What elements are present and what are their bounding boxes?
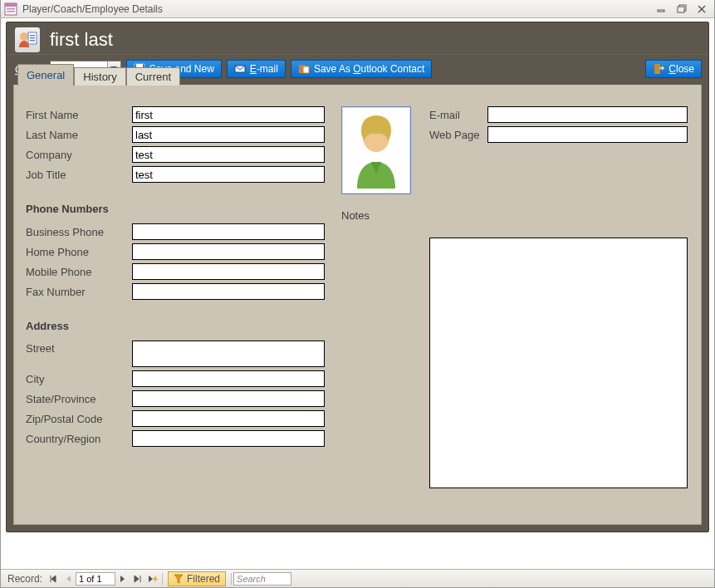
email-input[interactable] [487,106,688,123]
svg-rect-12 [30,37,35,39]
close-form-button[interactable]: Close [645,60,702,78]
email-label: E-mail [429,109,487,121]
business-phone-label: Business Phone [26,226,132,238]
home-phone-input[interactable] [132,243,325,260]
header-panel: first last Go to Save and New [6,22,709,532]
save-as-outlook-button[interactable]: Save As Outlook Contact [291,60,432,78]
last-name-label: Last Name [26,129,132,141]
svg-rect-4 [658,10,664,12]
form-columns: First Name Last Name Company [26,96,701,488]
contact-header-icon [15,27,40,52]
city-input[interactable] [132,370,325,387]
right-column: E-mail Web Page [429,106,689,488]
first-name-input[interactable] [132,106,325,123]
email-button[interactable]: E-mail [227,60,286,78]
restore-button[interactable] [674,3,689,15]
filtered-indicator[interactable]: Filtered [168,571,226,586]
door-icon [653,63,664,75]
address-section-title: Address [26,320,325,332]
funnel-icon [174,574,184,584]
record-position-input[interactable] [76,572,115,586]
outlook-label-pre: Save As [314,63,353,75]
mail-icon [234,63,246,75]
city-label: City [26,373,132,385]
fax-number-input[interactable] [132,283,325,300]
last-record-button[interactable] [130,572,145,586]
svg-rect-11 [30,35,35,37]
tab-history[interactable]: History [74,67,125,86]
window-controls [654,3,711,15]
home-phone-label: Home Phone [26,246,132,258]
country-label: Country/Region [26,433,132,445]
zip-label: Zip/Postal Code [26,413,132,425]
svg-rect-19 [303,66,309,73]
mobile-phone-input[interactable] [132,263,325,280]
state-label: State/Province [26,393,132,405]
form-body: General History Current First Name [13,85,702,525]
first-name-label: First Name [26,109,132,121]
left-column: First Name Last Name Company [26,106,325,488]
tab-general[interactable]: General [17,64,74,86]
window-title: Player/Coach/Employee Details [22,3,654,15]
svg-point-9 [20,32,28,41]
notes-label: Notes [341,209,413,222]
svg-rect-6 [678,7,684,12]
next-record-button[interactable] [115,572,130,586]
last-name-input[interactable] [132,126,325,143]
country-input[interactable] [132,430,325,447]
svg-rect-20 [654,64,660,74]
close-label: lose [676,63,694,75]
close-underline: C [668,63,676,75]
middle-column: Notes [341,106,413,488]
first-record-button[interactable] [46,572,61,586]
svg-rect-1 [5,3,17,7]
contact-photo[interactable] [341,106,411,194]
close-button[interactable] [694,3,709,15]
record-search-input[interactable] [233,572,291,586]
minimize-button[interactable] [654,3,669,15]
street-label: Street [26,341,132,355]
page-title-row: first last [7,22,708,54]
svg-rect-2 [7,8,15,10]
fax-number-label: Fax Number [26,286,132,298]
tab-current[interactable]: Current [126,67,180,86]
state-input[interactable] [132,390,325,407]
outlook-underline: O [353,63,360,75]
company-label: Company [26,149,132,161]
street-input[interactable] [132,341,325,367]
webpage-input[interactable] [487,126,688,143]
business-phone-input[interactable] [132,223,325,240]
company-input[interactable] [132,146,325,163]
title-bar: Player/Coach/Employee Details [1,0,714,18]
client-area: first last Go to Save and New [1,18,714,569]
window: Player/Coach/Employee Details [0,0,715,588]
mobile-phone-label: Mobile Phone [26,266,132,278]
page-title: first last [50,29,113,51]
job-title-label: Job Title [26,169,132,181]
outlook-label-post: utlook Contact [361,63,425,75]
phone-section-title: Phone Numbers [26,203,325,215]
form-icon [4,2,17,16]
zip-input[interactable] [132,410,325,427]
webpage-label: Web Page [429,129,487,141]
new-record-button[interactable] [145,572,160,586]
svg-rect-13 [30,40,35,42]
tabstrip: General History Current [17,66,180,86]
svg-rect-3 [7,11,15,12]
email-label: -mail [257,63,278,75]
record-nav-bar: Record: Filtered [1,569,714,587]
person-placeholder-icon [345,110,407,190]
record-label: Record: [4,573,46,585]
prev-record-button[interactable] [61,572,76,586]
job-title-input[interactable] [132,166,325,183]
email-underline: E [250,63,257,75]
notes-input[interactable] [429,238,688,488]
filtered-label: Filtered [187,573,220,585]
outlook-icon [298,63,310,75]
